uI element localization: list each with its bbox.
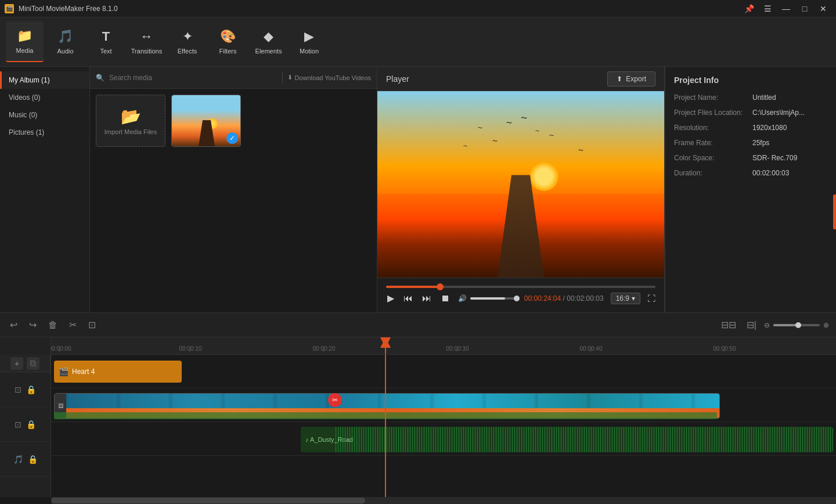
zoom-fill	[773, 324, 799, 326]
timeline-body: + ⿻ ⊡ 🔒 ⊡ 🔒 🎵 🔒	[0, 337, 836, 497]
aspect-ratio-select[interactable]: 16:9 ▾	[611, 293, 640, 304]
total-time: / 00:02:00:03	[563, 294, 604, 303]
split-button[interactable]: ⊟⊟	[718, 318, 739, 332]
info-value-location: C:\Users\lmjAp...	[752, 109, 805, 117]
search-input[interactable]	[109, 74, 278, 82]
volume-icon: 🔊	[458, 294, 467, 303]
export-label: Export	[626, 75, 646, 83]
motion-icon: ▶	[304, 29, 314, 44]
stop-button[interactable]: ⏹	[439, 292, 451, 305]
titlebar-left: 🎬 MiniTool MovieMaker Free 8.1.0	[5, 4, 118, 13]
maximize-button[interactable]: □	[797, 2, 813, 15]
transitions-label: Transitions	[131, 48, 162, 55]
volume-slider[interactable]	[470, 297, 517, 300]
info-row-colorspace: Color Space: SDR- Rec.709	[674, 154, 827, 162]
toolbar-filters[interactable]: 🎨 Filters	[209, 21, 247, 62]
search-bar: 🔍 ⬇ Download YouTube Videos	[90, 67, 377, 89]
menu-button[interactable]: ☰	[759, 2, 776, 15]
timeline-toolbar-left: ↩ ↪ 🗑 ✂ ⊡	[7, 318, 99, 332]
play-button[interactable]: ▶	[386, 291, 395, 305]
redo-button[interactable]: ↪	[26, 318, 39, 332]
main-area: My Album (1) Videos (0) Music (0) Pictur…	[0, 67, 836, 312]
auto-split-button[interactable]: ⊟|	[744, 318, 759, 332]
zoom-out-icon: ⊖	[764, 321, 770, 329]
toolbar-audio[interactable]: 🎵 Audio	[46, 21, 84, 62]
lock-track-2-icon[interactable]: 🔒	[26, 420, 36, 429]
text-label: Text	[100, 48, 111, 55]
export-icon: ⬆	[617, 75, 622, 83]
audio-waveform	[336, 427, 833, 452]
heart-clip[interactable]: 🎬 Heart 4	[54, 361, 182, 383]
download-label: Download YouTube Videos	[295, 74, 372, 81]
next-frame-button[interactable]: ⏭	[421, 292, 433, 305]
zoom-in-icon: ⊕	[823, 321, 829, 329]
cut-button[interactable]: ✂	[66, 318, 80, 332]
audio-clip[interactable]: ♪ A_Dusty_Road	[301, 427, 833, 452]
toolbar-media[interactable]: 📁 Media	[6, 21, 44, 62]
effects-icon: ✦	[182, 29, 193, 44]
crop-button[interactable]: ⊡	[85, 318, 99, 332]
media-thumbnail[interactable]: ✓	[171, 95, 241, 147]
media-grid: 📂 Import Media Files ✓	[90, 89, 377, 153]
audio-track-icon[interactable]: 🎵	[13, 455, 23, 464]
bird-icon: 〜	[463, 143, 467, 149]
scrollbar-thumb[interactable]	[51, 498, 365, 503]
media-content: 🔍 ⬇ Download YouTube Videos 📂 Import Med…	[90, 67, 377, 312]
scissors-button[interactable]: ✂	[328, 393, 342, 407]
bird-icon: 〜	[578, 147, 583, 154]
track-controls: + ⿻ ⊡ 🔒 ⊡ 🔒 🎵 🔒	[0, 337, 51, 497]
track-ctrl-1: ⊡ 🔒	[0, 372, 51, 407]
track-row-3: ♪ A_Dusty_Road	[51, 422, 836, 456]
track-row-2: 🖼 ✂	[51, 388, 836, 422]
audio-filename: ♪ A_Dusty_Road	[305, 436, 353, 443]
info-row-duration: Duration: 00:02:00:03	[674, 169, 827, 177]
lock-track-icon[interactable]: 🔒	[26, 385, 36, 394]
timeline-tracks: 00:00:00 00:00:10 00:00:20 00:00:30 00:0…	[51, 337, 836, 497]
sidebar-item-videos[interactable]: Videos (0)	[0, 89, 89, 106]
ruler-mark-3: 00:00:30	[446, 345, 469, 352]
sidebar-item-music[interactable]: Music (0)	[0, 106, 89, 124]
sun	[529, 162, 558, 191]
pin-button[interactable]: 📌	[741, 2, 757, 15]
video-track-icon[interactable]: ⊡	[15, 385, 21, 394]
toolbar-motion[interactable]: ▶ Motion	[290, 21, 328, 62]
progress-bar[interactable]	[386, 286, 655, 288]
toolbar-transitions[interactable]: ↔ Transitions	[128, 21, 165, 62]
export-button[interactable]: ⬆ Export	[607, 71, 655, 87]
close-button[interactable]: ✕	[815, 2, 831, 15]
info-label-location: Project Files Location:	[674, 109, 752, 117]
timeline-scrollbar[interactable]	[51, 497, 836, 504]
minimize-button[interactable]: —	[778, 2, 794, 15]
add-video-track-button[interactable]: +	[10, 357, 23, 370]
info-label-framerate: Frame Rate:	[674, 139, 752, 147]
prev-frame-button[interactable]: ⏮	[402, 292, 414, 305]
info-label-resolution: Resolution:	[674, 124, 752, 132]
right-panel: Project Info Project Name: Untitled Proj…	[665, 67, 836, 312]
undo-button[interactable]: ↩	[7, 318, 20, 332]
chevron-down-icon: ▾	[632, 294, 635, 303]
toolbar-text[interactable]: T Text	[87, 21, 125, 62]
track-row-1: 🎬 Heart 4	[51, 355, 836, 388]
info-label-colorspace: Color Space:	[674, 154, 752, 162]
video-track-2-icon[interactable]: ⊡	[15, 420, 21, 429]
lock-audio-icon[interactable]: 🔒	[28, 455, 38, 464]
delete-button[interactable]: 🗑	[45, 318, 60, 332]
sidebar-item-myalbum[interactable]: My Album (1)	[0, 71, 89, 89]
track-ctrl-2: ⊡ 🔒	[0, 407, 51, 442]
import-media-item[interactable]: 📂 Import Media Files	[96, 95, 165, 147]
toolbar-effects[interactable]: ✦ Effects	[168, 21, 206, 62]
copy-track-button[interactable]: ⿻	[27, 357, 39, 370]
sidebar-item-pictures[interactable]: Pictures (1)	[0, 124, 89, 141]
toolbar-elements[interactable]: ◆ Elements	[250, 21, 287, 62]
fullscreen-button[interactable]: ⛶	[647, 294, 655, 303]
info-value-framerate: 25fps	[752, 139, 769, 147]
progress-fill	[386, 286, 440, 288]
download-youtube-button[interactable]: ⬇ Download YouTube Videos	[287, 74, 372, 81]
player-header: Player ⬆ Export	[377, 67, 664, 91]
elements-icon: ◆	[264, 29, 273, 44]
timeline-toolbar: ↩ ↪ 🗑 ✂ ⊡ ⊟⊟ ⊟| ⊖ ⊕	[0, 313, 836, 337]
music-icon: ♪	[305, 436, 309, 443]
track-ctrl-3: 🎵 🔒	[0, 442, 51, 477]
player-controls: ▶ ⏮ ⏭ ⏹ 🔊 00:	[377, 278, 664, 312]
zoom-slider[interactable]	[773, 324, 820, 326]
